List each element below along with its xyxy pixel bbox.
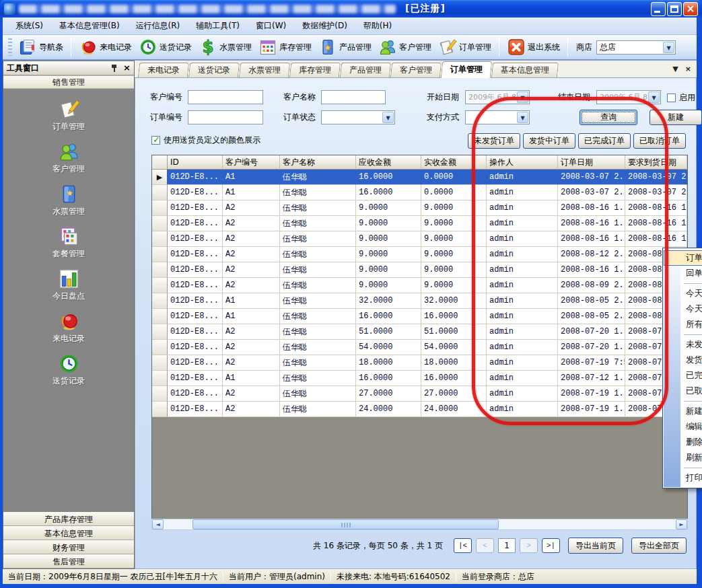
scrollbar-thumb[interactable] xyxy=(192,519,499,529)
end-date-picker[interactable]: 2009年 6月 8日 ▼ xyxy=(596,90,661,104)
sidebar-section-bar[interactable]: 财务管理 xyxy=(3,540,134,554)
column-header-ID[interactable]: ID xyxy=(168,155,223,170)
table-row[interactable]: 012D-E8...A2伍华聪9.00009.0000admin2008-08-… xyxy=(152,278,687,293)
table-row[interactable]: 012D-E8...A2伍华聪9.00009.0000admin2008-08-… xyxy=(152,216,687,231)
sidebar-item-package-grid[interactable]: 套餐管理 xyxy=(3,225,134,268)
toolbar-button-inventory-calendar[interactable]: 库存管理 xyxy=(255,36,315,58)
pin-icon[interactable] xyxy=(111,64,118,72)
row-selector-cell[interactable] xyxy=(152,340,168,355)
tab-水票管理[interactable]: 水票管理 xyxy=(239,63,290,77)
column-header-订单日期[interactable]: 订单日期 xyxy=(558,155,625,170)
row-selector-cell[interactable] xyxy=(152,386,168,402)
sidebar-section-sales[interactable]: 销售管理 xyxy=(3,75,134,89)
context-menu-item-订单发货[interactable]: 订单发货(S) xyxy=(664,250,702,266)
table-row[interactable]: 012D-E8...A2伍华聪9.00009.0000admin2008-08-… xyxy=(152,262,687,278)
table-row[interactable]: 012D-E8...A2伍华聪9.00009.0000admin2008-08-… xyxy=(152,247,687,262)
table-row[interactable]: 012D-E8...A2伍华聪24.000024.0000admin2008-0… xyxy=(152,402,687,417)
row-selector-cell[interactable] xyxy=(152,216,168,231)
row-selector-cell[interactable] xyxy=(152,324,168,340)
status-filter-button-2[interactable]: 发货中订单 xyxy=(523,133,575,149)
sidebar-item-call-bell[interactable]: 来电记录 xyxy=(3,310,134,353)
menubar-item-基本信息管理[interactable]: 基本信息管理(B) xyxy=(52,18,127,34)
context-menu-item-今天的订单[interactable]: 今天的订单(T) xyxy=(664,286,702,301)
sidebar-item-ticket-card[interactable]: 水票管理 xyxy=(3,183,134,225)
context-menu-item-已取消订单[interactable]: 已取消订单(U) xyxy=(664,383,702,399)
status-filter-button-3[interactable]: 已完成订单 xyxy=(578,133,631,149)
menubar-item-数据维护[interactable]: 数据维护(D) xyxy=(295,18,355,34)
scroll-right-icon[interactable]: ► xyxy=(676,519,687,529)
row-selector-cell[interactable] xyxy=(152,262,168,278)
row-selector-cell[interactable] xyxy=(152,231,168,247)
toolbar-button-customers-people[interactable]: 客户管理 xyxy=(375,36,435,58)
table-row[interactable]: 012D-E8...A2伍华聪9.00009.0000admin2008-08-… xyxy=(152,200,687,216)
table-row[interactable]: 012D-E8...A1伍华聪16.000016.0000admin2008-0… xyxy=(152,371,687,386)
context-menu-item-新建[interactable]: 新建(N) xyxy=(664,404,702,419)
prev-page-button[interactable]: < xyxy=(476,538,494,553)
start-date-dropdown-icon[interactable]: ▼ xyxy=(517,91,528,103)
row-selector-cell[interactable] xyxy=(152,200,168,216)
context-menu-item-发货中订单[interactable]: 发货中订单(I) xyxy=(664,353,702,368)
menubar-item-运行信息[interactable]: 运行信息(R) xyxy=(129,18,188,34)
menubar-item-帮助[interactable]: 帮助(H) xyxy=(356,18,399,34)
context-menu-item-所有的订单[interactable]: 所有的订单(A) xyxy=(664,317,702,332)
row-selector-cell[interactable] xyxy=(152,247,168,262)
context-menu-item-删除选定项[interactable]: 删除选定项(D) xyxy=(664,435,702,450)
context-menu-item-打印列表[interactable]: 打印列表(P) xyxy=(664,470,702,486)
row-selector-cell[interactable] xyxy=(152,402,168,417)
tab-送货记录[interactable]: 送货记录 xyxy=(188,63,240,77)
column-header-要求到货日期[interactable]: 要求到货日期 xyxy=(625,155,687,170)
enable-checkbox[interactable]: 启用 xyxy=(667,92,695,104)
column-header-客户编号[interactable]: 客户编号 xyxy=(223,155,280,170)
first-page-button[interactable]: |< xyxy=(454,538,472,553)
end-date-dropdown-icon[interactable]: ▼ xyxy=(648,91,660,103)
row-selector-cell[interactable] xyxy=(152,309,168,324)
table-row[interactable]: 012D-E8...A1伍华聪32.000032.0000admin2008-0… xyxy=(152,293,687,309)
payment-dropdown-icon[interactable]: ▼ xyxy=(517,112,528,123)
row-selector-cell[interactable] xyxy=(152,185,168,200)
toolbar-button-ticket-dollar[interactable]: $水票管理 xyxy=(195,36,255,58)
table-row[interactable]: 012D-E8...A1伍华聪16.00000.0000admin2008-03… xyxy=(152,185,687,200)
export-all-pages-button[interactable]: 导出全部页 xyxy=(631,538,687,554)
customer-name-input[interactable] xyxy=(321,90,386,104)
sidebar-section-bar[interactable]: 售后管理 xyxy=(3,554,134,568)
context-menu-item-编辑选定项[interactable]: 编辑选定项(E) xyxy=(664,419,702,435)
next-page-button[interactable]: > xyxy=(520,538,538,553)
menubar-item-系统[interactable]: 系统(S) xyxy=(8,18,50,34)
sidebar-close-icon[interactable]: × xyxy=(123,65,131,71)
toolbar-button-product-card[interactable]: 产品管理 xyxy=(315,36,375,58)
context-menu-item-今天的发货订单[interactable]: 今天的发货订单(O) xyxy=(664,301,702,317)
menubar-item-辅助工具[interactable]: 辅助工具(T) xyxy=(188,18,247,34)
status-filter-button-1[interactable]: 未发货订单 xyxy=(468,133,520,149)
sidebar-section-bar[interactable]: 基本信息管理 xyxy=(3,526,134,540)
sidebar-item-delivery-clock[interactable]: 送货记录 xyxy=(3,353,134,395)
row-selector-cell[interactable]: ▶ xyxy=(152,170,168,185)
table-row[interactable]: 012D-E8...A2伍华聪9.00009.0000admin2008-08-… xyxy=(152,231,687,247)
toolbar-button-order-scroll[interactable]: 订单管理 xyxy=(435,36,495,58)
table-row[interactable]: 012D-E8...A1伍华聪16.000016.0000admin2008-0… xyxy=(152,309,687,324)
column-header-实收金额[interactable]: 实收金额 xyxy=(421,155,487,170)
context-menu-item-刷新列表[interactable]: 刷新列表(R) xyxy=(664,450,702,466)
tab-产品管理[interactable]: 产品管理 xyxy=(340,63,391,77)
tab-订单管理[interactable]: 订单管理 xyxy=(441,61,493,78)
deliveryman-color-checkbox[interactable]: 使用送货员定义的颜色展示 xyxy=(151,135,260,146)
table-row[interactable]: 012D-E8...A2伍华聪18.000018.0000admin2008-0… xyxy=(152,355,687,371)
table-row[interactable]: 012D-E8...A2伍华聪51.000051.0000admin2008-0… xyxy=(152,324,687,340)
export-current-page-button[interactable]: 导出当前页 xyxy=(568,538,623,554)
maximize-button[interactable] xyxy=(667,2,682,16)
table-row[interactable]: ▶012D-E8...A1伍华聪16.00000.0000admin2008-0… xyxy=(152,170,687,185)
context-menu-item-未发货订单[interactable]: 未发货订单(N) xyxy=(664,337,702,353)
sidebar-item-chart-bars[interactable]: 今日盘点 xyxy=(3,268,134,310)
row-selector-cell[interactable] xyxy=(152,355,168,371)
tab-来电记录[interactable]: 来电记录 xyxy=(138,63,189,77)
menubar-item-窗口[interactable]: 窗口(W) xyxy=(248,18,293,34)
new-button[interactable]: 新建 xyxy=(650,110,702,125)
toolbar-button-call-bell[interactable]: 来电记录 xyxy=(75,36,135,58)
order-no-input[interactable] xyxy=(188,110,263,124)
last-page-button[interactable]: >| xyxy=(542,538,560,553)
toolbar-button-delivery-clock[interactable]: 送货记录 xyxy=(135,36,195,58)
start-date-picker[interactable]: 2009年 6月 8日 ▼ xyxy=(465,90,530,104)
order-status-dropdown-icon[interactable]: ▼ xyxy=(382,112,394,123)
close-button[interactable]: × xyxy=(683,2,698,16)
row-selector-cell[interactable] xyxy=(152,278,168,293)
shop-dropdown-icon[interactable]: ▼ xyxy=(663,42,674,53)
